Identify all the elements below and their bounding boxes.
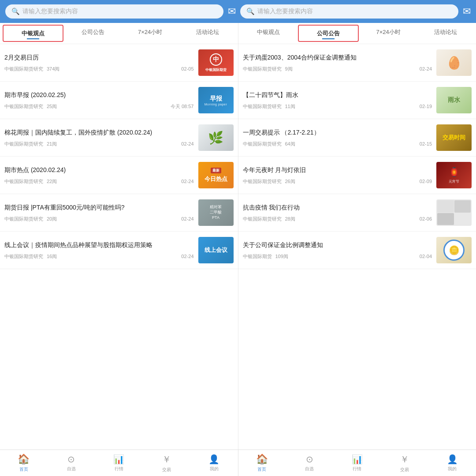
right-article-thumb-2: 雨水: [436, 87, 472, 113]
left-tab-company[interactable]: 公司公告: [64, 23, 122, 44]
right-article-item-4[interactable]: 今年元夜时 月与灯依旧 中银国际期货研究 26阅 02-09 🏮 元宵节: [238, 157, 476, 194]
left-tab-zhongyin[interactable]: 中银观点: [3, 25, 63, 42]
home-label-left: 首页: [19, 466, 28, 472]
right-nav-mine[interactable]: 👤 我的: [428, 450, 476, 476]
right-article-content-4: 今年元夜时 月与灯依旧 中银国际期货研究 26阅 02-09: [243, 165, 432, 184]
left-article-title-6: 线上会议｜疫情期间热点品种展望与股指期权运用策略: [4, 240, 194, 249]
left-article-thumb-4: 最新 今日热点: [198, 162, 234, 188]
right-nav-trade[interactable]: ￥ 交易: [381, 450, 428, 476]
left-search-bar[interactable]: 🔍 请输入您要搜索内容: [5, 4, 223, 19]
right-article-content-3: 一周交易提示 （2.17-2.21） 中银国际期货研究 64阅 02-15: [243, 128, 432, 147]
left-article-reads-1: 374阅: [47, 66, 60, 72]
left-article-title-1: 2月交易日历: [4, 53, 194, 62]
right-article-list: 关于鸡蛋2003、2004合约保证金调整通知 中银国际期货研究 9阅 02-24…: [238, 44, 476, 450]
left-article-reads-5: 20阅: [47, 216, 57, 222]
left-tab-247[interactable]: 7×24小时: [122, 23, 179, 44]
left-article-item-3[interactable]: 棉花周报｜国内陆续复工，国外疫情扩散 (2020.02.24) 中银国际期货研究…: [0, 119, 238, 157]
right-article-source-6: 中银国际期货: [243, 253, 272, 260]
right-article-item-1[interactable]: 关于鸡蛋2003、2004合约保证金调整通知 中银国际期货研究 9阅 02-24…: [238, 44, 476, 82]
top-header: 🔍 请输入您要搜索内容 ✉ 🔍 请输入您要搜索内容 ✉: [0, 0, 476, 23]
left-article-item-6[interactable]: 线上会议｜疫情期间热点品种展望与股指期权运用策略 中银国际期货研究 16阅 02…: [0, 232, 238, 269]
right-article-reads-3: 64阅: [285, 141, 295, 147]
left-article-meta-3: 中银国际期货研究 21阅 02-24: [4, 141, 194, 147]
left-article-item-2[interactable]: 期市早报 (2020.02.25) 中银国际期货研究 25阅 今天 08:57 …: [0, 82, 238, 119]
watchlist-icon-left: ⊙: [67, 454, 75, 465]
right-article-meta-6: 中银国际期货 109阅 02-04: [243, 253, 432, 260]
watchlist-label-right: 自选: [305, 466, 314, 472]
right-article-content-1: 关于鸡蛋2003、2004合约保证金调整通知 中银国际期货研究 9阅 02-24: [243, 53, 432, 72]
right-article-reads-5: 28阅: [285, 216, 295, 222]
left-nav-market[interactable]: 📊 行情: [95, 450, 143, 476]
left-article-thumb-1: 中 中银国际期货: [198, 49, 234, 76]
right-article-date-2: 02-19: [420, 104, 432, 109]
left-nav-section: 🏠 首页 ⊙ 自选 📊 行情 ￥ 交易 👤 我的: [0, 450, 238, 476]
left-nav-trade[interactable]: ￥ 交易: [143, 450, 190, 476]
left-article-reads-4: 22阅: [47, 178, 57, 185]
right-tab-forum[interactable]: 活动论坛: [417, 23, 474, 44]
left-article-thumb-2: 早报 Morning paper: [198, 87, 234, 113]
left-article-meta-6: 中银国际期货研究 16阅 02-24: [4, 253, 194, 260]
trade-icon-left: ￥: [162, 454, 171, 465]
right-article-meta-4: 中银国际期货研究 26阅 02-09: [243, 178, 432, 185]
left-article-source-5: 中银国际期货研究: [4, 216, 43, 222]
left-mail-icon[interactable]: ✉: [228, 6, 236, 17]
right-article-meta-1: 中银国际期货研究 9阅 02-24: [243, 66, 432, 72]
right-tab-247[interactable]: 7×24小时: [360, 23, 417, 44]
right-article-reads-2: 11阅: [285, 103, 295, 110]
right-article-item-2[interactable]: 【二十四节气】雨水 中银国际期货研究 11阅 02-19 雨水: [238, 82, 476, 119]
right-article-title-4: 今年元夜时 月与灯依旧: [243, 165, 432, 174]
left-search-icon: 🔍: [11, 7, 20, 15]
left-article-item-5[interactable]: 期货日报 |PTA有重回5000元/吨的可能性吗? 中银国际期货研究 20阅 0…: [0, 194, 238, 232]
right-nav-watchlist[interactable]: ⊙ 自选: [286, 450, 333, 476]
right-article-item-5[interactable]: 抗击疫情 我们在行动 中银国际期货研究 28阅 02-06: [238, 194, 476, 232]
right-article-date-5: 02-06: [420, 216, 432, 221]
right-article-date-1: 02-24: [420, 66, 432, 71]
right-article-title-6: 关于公司保证金比例调整通知: [243, 240, 432, 249]
right-article-source-2: 中银国际期货研究: [243, 103, 282, 110]
mine-icon-left: 👤: [208, 454, 219, 465]
right-article-meta-2: 中银国际期货研究 11阅 02-19: [243, 103, 432, 110]
right-search-bar[interactable]: 🔍 请输入您要搜索内容: [240, 4, 458, 19]
right-tab-bar: 中银观点 公司公告 7×24小时 活动论坛: [238, 23, 476, 44]
right-article-source-1: 中银国际期货研究: [243, 66, 282, 72]
left-article-list: 2月交易日历 中银国际期货研究 374阅 02-05 中 中银国际期货: [0, 44, 238, 450]
left-article-content-2: 期市早报 (2020.02.25) 中银国际期货研究 25阅 今天 08:57: [4, 90, 194, 109]
watchlist-label-left: 自选: [67, 466, 76, 472]
left-nav-mine[interactable]: 👤 我的: [190, 450, 238, 476]
left-tab-forum[interactable]: 活动论坛: [179, 23, 236, 44]
right-article-date-3: 02-15: [420, 141, 432, 146]
left-article-thumb-6: 线上会议: [198, 237, 234, 263]
left-article-date-2: 今天 08:57: [171, 103, 194, 110]
right-nav-market[interactable]: 📊 行情: [333, 450, 381, 476]
left-nav-home[interactable]: 🏠 首页: [0, 450, 48, 476]
left-article-content-4: 期市热点 (2020.02.24) 中银国际期货研究 22阅 02-24: [4, 165, 194, 184]
right-article-reads-1: 9阅: [285, 66, 293, 72]
left-article-source-3: 中银国际期货研究: [4, 141, 43, 147]
right-article-item-3[interactable]: 一周交易提示 （2.17-2.21） 中银国际期货研究 64阅 02-15 交易…: [238, 119, 476, 157]
left-article-content-3: 棉花周报｜国内陆续复工，国外疫情扩散 (2020.02.24) 中银国际期货研究…: [4, 128, 194, 147]
right-article-date-4: 02-09: [420, 179, 432, 184]
left-article-source-1: 中银国际期货研究: [4, 66, 43, 72]
home-icon-right: 🏠: [256, 454, 268, 465]
right-tab-zhongyin[interactable]: 中银观点: [240, 23, 298, 44]
right-article-meta-3: 中银国际期货研究 64阅 02-15: [243, 141, 432, 147]
left-article-meta-4: 中银国际期货研究 22阅 02-24: [4, 178, 194, 185]
left-article-reads-3: 21阅: [47, 141, 57, 147]
right-nav-section: 🏠 首页 ⊙ 自选 📊 行情 ￥ 交易 👤 我的: [238, 450, 476, 476]
left-article-item-4[interactable]: 期市热点 (2020.02.24) 中银国际期货研究 22阅 02-24 最新 …: [0, 157, 238, 194]
trade-label-left: 交易: [162, 467, 171, 473]
left-nav-watchlist[interactable]: ⊙ 自选: [48, 450, 95, 476]
trade-icon-right: ￥: [400, 454, 409, 465]
right-mail-icon[interactable]: ✉: [463, 6, 471, 17]
right-article-item-6[interactable]: 关于公司保证金比例调整通知 中银国际期货 109阅 02-04 🪙: [238, 232, 476, 269]
right-article-content-2: 【二十四节气】雨水 中银国际期货研究 11阅 02-19: [243, 90, 432, 109]
home-icon-left: 🏠: [18, 454, 30, 465]
mine-label-left: 我的: [210, 466, 219, 472]
right-article-content-6: 关于公司保证金比例调整通知 中银国际期货 109阅 02-04: [243, 240, 432, 259]
left-article-item[interactable]: 2月交易日历 中银国际期货研究 374阅 02-05 中 中银国际期货: [0, 44, 238, 82]
right-nav-home[interactable]: 🏠 首页: [238, 450, 286, 476]
right-tab-company[interactable]: 公司公告: [298, 25, 359, 42]
left-article-reads-2: 25阅: [47, 103, 57, 110]
right-article-source-4: 中银国际期货研究: [243, 178, 282, 185]
mine-label-right: 我的: [448, 466, 457, 472]
